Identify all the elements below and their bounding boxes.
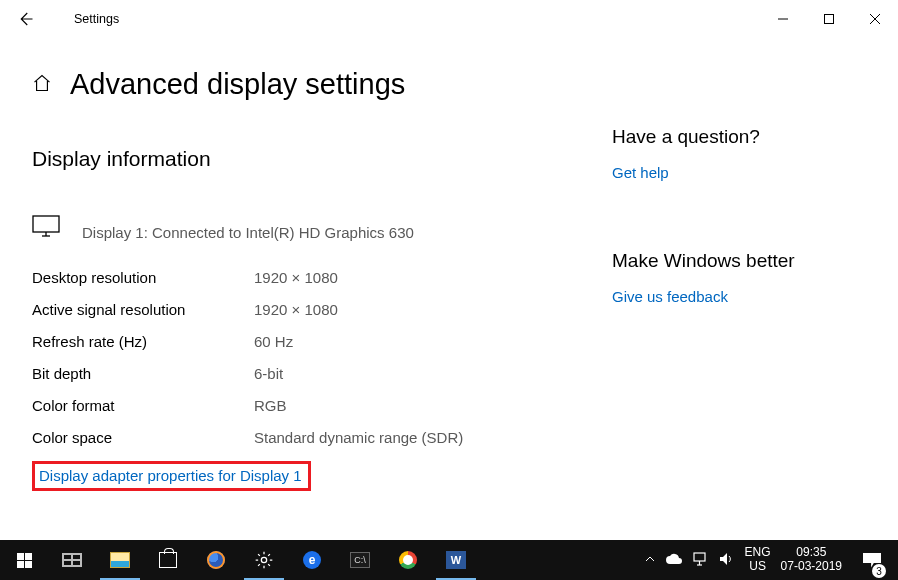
language-indicator[interactable]: ENG US <box>745 546 771 574</box>
info-value: 6-bit <box>254 365 283 382</box>
network-icon[interactable] <box>693 552 709 569</box>
info-label: Active signal resolution <box>32 301 254 318</box>
file-explorer-app[interactable] <box>96 540 144 580</box>
start-button[interactable] <box>0 540 48 580</box>
info-value: 1920 × 1080 <box>254 301 338 318</box>
cmd-icon: C:\ <box>350 552 370 568</box>
svg-rect-1 <box>825 15 834 24</box>
table-row: Desktop resolution 1920 × 1080 <box>32 261 552 293</box>
settings-app[interactable] <box>240 540 288 580</box>
chrome-icon <box>399 551 417 569</box>
edge-app[interactable] <box>288 540 336 580</box>
info-label: Color format <box>32 397 254 414</box>
highlighted-link-box: Display adapter properties for Display 1 <box>32 461 311 491</box>
info-value: RGB <box>254 397 287 414</box>
onedrive-icon[interactable] <box>665 553 683 568</box>
volume-icon[interactable] <box>719 552 735 569</box>
back-button[interactable] <box>0 0 50 38</box>
info-value: Standard dynamic range (SDR) <box>254 429 463 446</box>
section-title: Display information <box>32 147 552 171</box>
gear-icon <box>254 550 274 570</box>
store-icon <box>159 552 177 568</box>
tray-chevron-up-icon[interactable] <box>645 553 655 567</box>
question-heading: Have a question? <box>612 126 866 148</box>
info-label: Bit depth <box>32 365 254 382</box>
titlebar: Settings <box>0 0 898 38</box>
windows-logo-icon <box>17 553 32 568</box>
table-row: Color format RGB <box>32 389 552 421</box>
clock[interactable]: 09:35 07-03-2019 <box>781 546 842 574</box>
table-row: Refresh rate (Hz) 60 Hz <box>32 325 552 357</box>
word-icon: W <box>446 551 466 569</box>
clock-time: 09:35 <box>781 546 842 560</box>
feedback-link[interactable]: Give us feedback <box>612 288 728 305</box>
edge-icon <box>303 551 321 569</box>
display-connected-text: Display 1: Connected to Intel(R) HD Grap… <box>82 224 414 241</box>
info-label: Desktop resolution <box>32 269 254 286</box>
chrome-app[interactable] <box>384 540 432 580</box>
microsoft-store-app[interactable] <box>144 540 192 580</box>
get-help-link[interactable]: Get help <box>612 164 669 181</box>
table-row: Bit depth 6-bit <box>32 357 552 389</box>
minimize-button[interactable] <box>760 0 806 38</box>
maximize-button[interactable] <box>806 0 852 38</box>
taskbar: C:\ W ENG US 09:35 07-03-2019 3 <box>0 540 898 580</box>
content-area: Advanced display settings Display inform… <box>0 38 898 491</box>
info-value: 60 Hz <box>254 333 293 350</box>
info-label: Color space <box>32 429 254 446</box>
lang-top: ENG <box>745 546 771 560</box>
word-app[interactable]: W <box>432 540 480 580</box>
home-icon[interactable] <box>32 73 52 97</box>
svg-rect-4 <box>33 216 59 232</box>
clock-date: 07-03-2019 <box>781 560 842 574</box>
firefox-app[interactable] <box>192 540 240 580</box>
monitor-icon <box>32 215 60 241</box>
file-explorer-icon <box>110 552 130 568</box>
display-info-table: Desktop resolution 1920 × 1080 Active si… <box>32 261 552 453</box>
firefox-icon <box>207 551 225 569</box>
system-tray: ENG US 09:35 07-03-2019 3 <box>639 540 898 580</box>
table-row: Color space Standard dynamic range (SDR) <box>32 421 552 453</box>
close-button[interactable] <box>852 0 898 38</box>
task-view-button[interactable] <box>48 540 96 580</box>
task-view-icon <box>62 553 82 567</box>
display-adapter-properties-link[interactable]: Display adapter properties for Display 1 <box>39 467 302 484</box>
info-value: 1920 × 1080 <box>254 269 338 286</box>
svg-rect-8 <box>694 553 705 561</box>
window-title: Settings <box>74 12 119 26</box>
action-center-button[interactable]: 3 <box>852 540 892 580</box>
table-row: Active signal resolution 1920 × 1080 <box>32 293 552 325</box>
notification-badge: 3 <box>872 564 886 578</box>
page-title: Advanced display settings <box>70 68 405 101</box>
command-prompt-app[interactable]: C:\ <box>336 540 384 580</box>
lang-bottom: US <box>745 560 771 574</box>
svg-point-7 <box>261 557 266 562</box>
info-label: Refresh rate (Hz) <box>32 333 254 350</box>
improve-heading: Make Windows better <box>612 250 866 272</box>
